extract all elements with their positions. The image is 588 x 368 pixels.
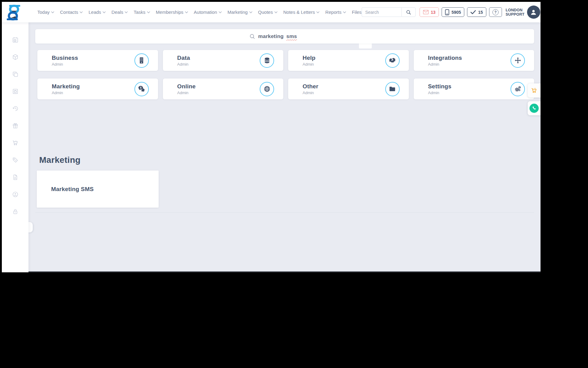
- account-name-line2: SUPPORT: [506, 12, 525, 17]
- card-subtitle: Admin: [303, 62, 315, 67]
- section-heading: Marketing: [39, 155, 81, 165]
- category-card-business[interactable]: Business Admin: [37, 50, 158, 71]
- card-title: Online: [177, 83, 196, 90]
- globe-icon: [260, 82, 274, 96]
- nav-item-reports[interactable]: Reports: [325, 10, 346, 15]
- copy-icon[interactable]: [12, 71, 19, 78]
- help-button[interactable]: ?: [489, 7, 502, 17]
- envelope-icon: [423, 10, 429, 14]
- gift-icon[interactable]: [12, 122, 19, 129]
- left-sidebar: 12 $: [2, 22, 28, 272]
- person-icon: [530, 8, 537, 16]
- report-icon[interactable]: [12, 174, 19, 181]
- global-search-button[interactable]: [401, 7, 416, 17]
- nav-item-automation[interactable]: Automation: [194, 10, 222, 15]
- card-subtitle: Admin: [428, 90, 452, 95]
- account-name: LONDON SUPPORT: [506, 8, 525, 17]
- user-circle-icon[interactable]: [12, 191, 19, 198]
- module-search-panel[interactable]: marketing sms: [35, 29, 534, 44]
- nav-item-memberships[interactable]: Memberships: [156, 10, 188, 15]
- nav-label: Automation: [194, 10, 217, 15]
- cart-icon: [531, 87, 537, 94]
- lock-icon[interactable]: [12, 208, 19, 215]
- card-title: Help: [303, 55, 315, 61]
- cart-float-button[interactable]: [528, 83, 541, 98]
- card-title: Integrations: [428, 55, 462, 61]
- result-label: Marketing SMS: [51, 186, 94, 193]
- card-title: Settings: [428, 83, 452, 90]
- category-card-settings[interactable]: Settings Admin: [414, 79, 534, 99]
- svg-text:$: $: [140, 86, 141, 89]
- category-card-integrations[interactable]: Integrations Admin: [414, 50, 534, 71]
- app-logo-hourglass-icon[interactable]: [6, 5, 21, 21]
- comments-dollar-icon: $: [134, 82, 149, 96]
- history-icon[interactable]: [12, 105, 19, 112]
- svg-text:12: 12: [14, 40, 16, 41]
- mail-notifications-badge[interactable]: 13: [420, 7, 439, 17]
- chevron-down-icon: [125, 11, 128, 13]
- card-subtitle: Admin: [52, 90, 80, 95]
- nav-item-marketing[interactable]: Marketing: [228, 10, 252, 15]
- card-title: Business: [52, 55, 78, 61]
- nav-item-leads[interactable]: Leads: [89, 10, 106, 15]
- nav-item-quotes[interactable]: Quotes: [258, 10, 277, 15]
- nav-label: Marketing: [228, 10, 248, 15]
- chevron-down-icon: [185, 11, 188, 13]
- chevron-down-icon: [80, 11, 83, 13]
- nav-item-files[interactable]: Files: [352, 10, 362, 15]
- mobile-phone-icon: [445, 9, 449, 15]
- card-title: Data: [177, 55, 190, 61]
- chevron-down-icon: [343, 11, 346, 13]
- account-name-line1: LONDON: [506, 8, 525, 12]
- phone-calls-badge[interactable]: 5905: [442, 7, 464, 17]
- nav-item-deals[interactable]: Deals: [111, 10, 128, 15]
- check-count: 15: [478, 10, 483, 15]
- card-subtitle: Admin: [177, 62, 190, 67]
- phone-float-button[interactable]: [528, 101, 541, 115]
- calendar-icon[interactable]: 12: [12, 36, 19, 43]
- category-card-marketing[interactable]: Marketing Admin $: [37, 79, 158, 99]
- category-card-online[interactable]: Online Admin: [163, 79, 284, 99]
- search-icon: [249, 33, 255, 40]
- nav-item-tasks[interactable]: Tasks: [134, 10, 150, 15]
- category-card-help[interactable]: Help Admin: [288, 50, 409, 71]
- search-panel-notch: [359, 43, 372, 48]
- top-navbar: Today Contacts Leads Deals Tasks Members…: [2, 2, 541, 22]
- nav-item-today[interactable]: Today: [37, 10, 54, 15]
- mail-count: 13: [431, 10, 436, 15]
- nav-label: Notes & Letters: [283, 10, 315, 15]
- bottom-edge-line: [2, 271, 541, 272]
- nav-item-notes-letters[interactable]: Notes & Letters: [283, 10, 319, 15]
- chevron-down-icon: [103, 11, 106, 13]
- result-card-marketing-sms[interactable]: Marketing SMS: [37, 171, 159, 208]
- database-icon: [260, 53, 274, 68]
- chevron-down-icon: [249, 11, 252, 13]
- tasks-done-badge[interactable]: 15: [467, 7, 486, 17]
- category-card-data[interactable]: Data Admin: [163, 50, 284, 71]
- nav-label: Today: [37, 10, 50, 15]
- query-word: marketing: [258, 33, 284, 40]
- category-card-other[interactable]: Other Admin: [288, 79, 409, 99]
- chevron-down-icon: [316, 11, 319, 13]
- query-word-misspelled: sms: [286, 33, 297, 40]
- module-search-query[interactable]: marketing sms: [249, 29, 297, 44]
- user-avatar[interactable]: [527, 6, 540, 19]
- nav-label: Leads: [89, 10, 101, 15]
- global-search-input[interactable]: [362, 7, 401, 17]
- chevron-down-icon: [147, 11, 150, 13]
- nav-label: Files: [352, 10, 362, 15]
- cube-icon[interactable]: [12, 54, 19, 60]
- chevron-down-icon: [51, 11, 54, 13]
- card-title: Other: [303, 83, 318, 90]
- cart-icon[interactable]: [12, 140, 19, 146]
- search-icon: [406, 10, 411, 15]
- card-subtitle: Admin: [52, 62, 78, 67]
- svg-text:$: $: [15, 159, 16, 161]
- nav-label: Contacts: [60, 10, 78, 15]
- nav-item-contacts[interactable]: Contacts: [60, 10, 83, 15]
- nav-label: Reports: [325, 10, 341, 15]
- bag-icon[interactable]: [12, 88, 19, 95]
- card-subtitle: Admin: [428, 62, 462, 67]
- price-tag-icon[interactable]: $: [12, 157, 19, 163]
- nav-label: Deals: [111, 10, 123, 15]
